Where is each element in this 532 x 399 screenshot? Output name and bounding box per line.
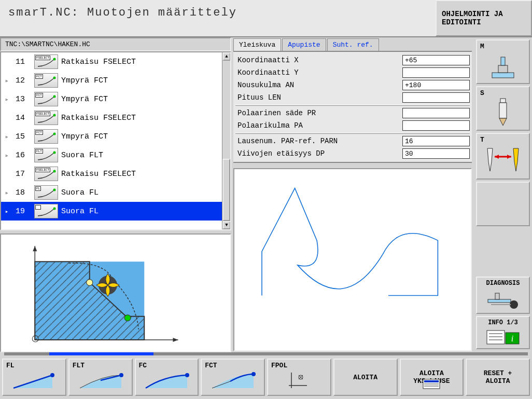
svg-rect-22 xyxy=(501,57,505,65)
svg-point-8 xyxy=(53,208,56,210)
svg-point-48 xyxy=(251,372,256,376)
coord-label-2: Nousukulma AN xyxy=(235,81,402,89)
tree-row-17[interactable]: 17 FSELECT Ratkaisu FSELECT xyxy=(1,164,230,183)
fct-label: FCT xyxy=(205,362,217,369)
svg-marker-13 xyxy=(33,246,37,251)
svg-text:i: i xyxy=(511,334,513,343)
start-button[interactable]: ALOITA xyxy=(333,359,398,396)
svg-point-2 xyxy=(53,95,56,98)
svg-point-43 xyxy=(50,373,54,377)
svg-marker-27 xyxy=(513,148,519,171)
ref-input-1[interactable] xyxy=(402,148,470,159)
tree-row-19[interactable]: ▸ 19 FL Suora FL xyxy=(1,202,230,221)
block-label: Suora FL xyxy=(61,207,99,216)
scrollbar[interactable]: ▲ ▼ xyxy=(222,52,230,229)
blank-button-1[interactable] xyxy=(476,182,530,226)
coord-input-1[interactable] xyxy=(402,67,470,78)
page-title: smarT.NC: Muotojen määrittely xyxy=(0,0,436,36)
info-icon: i xyxy=(485,328,521,346)
block-label: Ratkaisu FSELECT xyxy=(61,170,136,178)
diagnosis-button[interactable]: DIAGNOSIS xyxy=(476,277,530,314)
block-icon: FCT xyxy=(34,73,58,88)
polar-label-0: Polaarinen säde PR xyxy=(235,109,402,117)
tab-relref[interactable]: Suht. ref. xyxy=(327,38,379,51)
fpol-icon xyxy=(286,370,312,391)
tab-overview[interactable]: Yleiskuva xyxy=(233,38,281,51)
info-panel[interactable]: INFO 1/3 i xyxy=(476,316,530,349)
tool-t-button[interactable]: T xyxy=(476,133,530,180)
scroll-up-button[interactable]: ▲ xyxy=(222,52,231,61)
expand-icon: ▹ xyxy=(3,96,10,103)
fpol-button[interactable]: FPOL xyxy=(267,359,331,396)
polar-label-1: Polaarikulma PA xyxy=(235,121,402,130)
flt-button[interactable]: FLT xyxy=(68,359,133,396)
line-number: 12 xyxy=(10,76,31,85)
ref-input-0[interactable] xyxy=(402,136,470,146)
line-number: 13 xyxy=(10,95,31,104)
reset-start-button[interactable]: RESET + ALOITA xyxy=(466,359,530,396)
line-number: 11 xyxy=(10,58,31,66)
line-number: 16 xyxy=(10,151,31,160)
block-icon: FCT xyxy=(34,129,58,144)
tab-bar: Yleiskuva Apupiste Suht. ref. xyxy=(233,38,472,52)
block-label: Suora FLT xyxy=(61,151,103,160)
block-icon: FCT xyxy=(34,92,58,106)
coord-input-3[interactable] xyxy=(402,92,470,103)
expand-icon: ▹ xyxy=(3,77,10,84)
scroll-down-button[interactable]: ▼ xyxy=(222,221,231,229)
tree-row-14[interactable]: 14 FSELECT Ratkaisu FSELECT xyxy=(1,108,230,127)
fl-icon xyxy=(11,370,58,391)
file-path: TNC:\SMARTNC\HAKEN.HC xyxy=(0,37,231,51)
scroll-thumb[interactable] xyxy=(222,159,230,221)
program-tree[interactable]: 11 FSELECT Ratkaisu FSELECT ▹ 12 FCT Ymp… xyxy=(0,51,231,230)
fl-label: FL xyxy=(6,362,15,369)
machine-m-button[interactable]: M xyxy=(476,39,530,84)
line-number: 14 xyxy=(10,114,31,122)
tab-auxpoint[interactable]: Apupiste xyxy=(282,38,326,51)
svg-point-1 xyxy=(53,77,56,79)
polar-input-1[interactable] xyxy=(402,120,470,131)
expand-icon: ▹ xyxy=(3,133,10,140)
tree-row-18[interactable]: ▹ 18 FL Suora FL xyxy=(1,183,230,202)
fl-button[interactable]: FL xyxy=(2,359,66,396)
line-number: 19 xyxy=(10,207,31,216)
svg-marker-25 xyxy=(499,118,507,126)
svg-point-46 xyxy=(185,373,189,377)
line-number: 15 xyxy=(10,132,31,141)
expand-icon: ▹ xyxy=(3,189,10,196)
spindle-s-button[interactable]: S xyxy=(476,86,530,131)
mode-programming-button[interactable]: OHJELMOINTI JA EDITOINTI xyxy=(436,0,532,36)
line-number: 18 xyxy=(10,188,31,197)
block-icon: FSELECT xyxy=(34,54,58,69)
block-label: Ratkaisu FSELECT xyxy=(61,58,136,66)
fct-icon xyxy=(209,370,256,391)
tree-row-12[interactable]: ▹ 12 FCT Ympyrä FCT xyxy=(1,71,230,90)
svg-rect-55 xyxy=(424,380,439,382)
svg-rect-20 xyxy=(492,73,514,78)
fct-button[interactable]: FCT xyxy=(201,359,265,396)
svg-marker-30 xyxy=(507,155,511,159)
tree-row-13[interactable]: ▹ 13 FCT Ympyrä FCT xyxy=(1,90,230,108)
block-label: Suora FL xyxy=(61,188,99,197)
svg-point-6 xyxy=(53,170,56,173)
fc-icon xyxy=(143,370,190,391)
svg-marker-26 xyxy=(487,148,493,171)
block-icon: FSELECT xyxy=(34,167,58,181)
start-single-button[interactable]: ALOITA YKS.LAUSE xyxy=(400,359,464,396)
block-icon: FSELECT xyxy=(34,111,58,125)
flt-icon xyxy=(77,370,124,391)
polar-input-0[interactable] xyxy=(402,108,470,118)
coord-input-0[interactable] xyxy=(402,55,470,65)
block-icon: FL xyxy=(34,204,58,218)
block-label: Ratkaisu FSELECT xyxy=(61,114,136,122)
parameter-form: Koordinaatti X Koordinaatti Y Nousukulma… xyxy=(233,52,472,163)
coord-input-2[interactable] xyxy=(402,80,470,90)
tool-change-icon xyxy=(482,146,524,175)
tree-row-16[interactable]: ▹ 16 FLT Suora FLT xyxy=(1,146,230,164)
single-block-icon xyxy=(421,377,442,391)
fc-button[interactable]: FC xyxy=(135,359,199,396)
tree-row-15[interactable]: ▹ 15 FCT Ympyrä FCT xyxy=(1,127,230,146)
tree-row-11[interactable]: 11 FSELECT Ratkaisu FSELECT xyxy=(1,52,230,71)
svg-rect-35 xyxy=(487,331,505,344)
svg-rect-24 xyxy=(499,103,507,118)
